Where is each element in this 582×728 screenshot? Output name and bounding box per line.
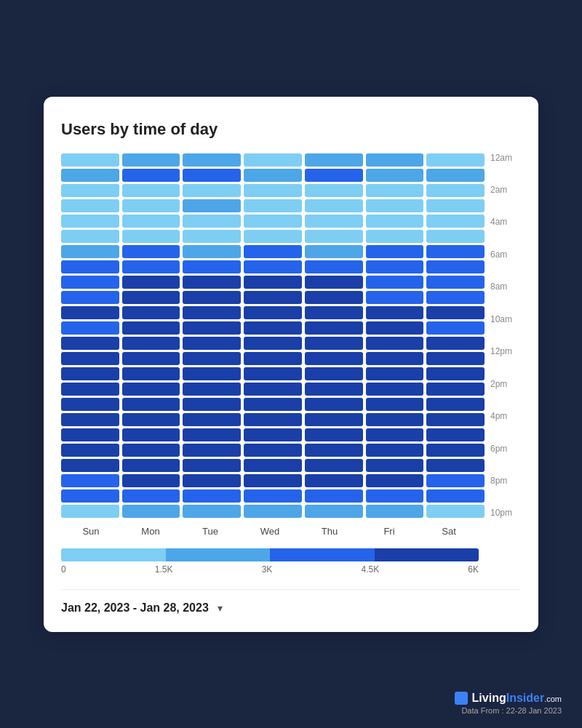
- legend-label: 4.5K: [361, 564, 379, 575]
- heatmap-cell: [244, 428, 302, 441]
- heatmap-cell: [426, 291, 485, 304]
- heatmap-cell: [366, 276, 424, 289]
- x-axis: SunMonTueWedThuFriSat: [61, 526, 479, 537]
- heatmap-cell: [183, 398, 241, 411]
- heatmap-cell: [366, 474, 424, 487]
- heatmap-cell: [183, 153, 241, 167]
- heatmap-cell: [122, 215, 180, 228]
- brand-insider: Insider: [506, 692, 544, 704]
- heatmap-cell: [183, 215, 241, 228]
- heatmap-cell: [426, 505, 485, 518]
- heatmap-cell: [426, 306, 485, 319]
- y-axis-label: 6pm: [490, 444, 521, 453]
- grid-row: [61, 291, 485, 304]
- heatmap-cell: [61, 260, 119, 273]
- heatmap-cell: [305, 428, 363, 441]
- heatmap-cell: [183, 337, 241, 350]
- heatmap-grid: [61, 153, 485, 520]
- heatmap-cell: [305, 352, 363, 365]
- heatmap-cell: [426, 352, 485, 365]
- heatmap-cell: [183, 276, 241, 289]
- heatmap-cell: [366, 489, 424, 503]
- heatmap-cell: [122, 413, 180, 426]
- heatmap-cell: [183, 428, 241, 441]
- y-axis-label: 8pm: [490, 476, 521, 485]
- brand-data-from: Data From : 22-28 Jan 2023: [455, 706, 562, 715]
- heatmap-cell: [122, 306, 180, 319]
- heatmap-cell: [183, 291, 241, 304]
- heatmap-cell: [244, 444, 302, 457]
- grid-row: [61, 306, 485, 319]
- heatmap-cell: [244, 489, 302, 503]
- heatmap-cell: [122, 428, 180, 441]
- y-axis-label: 12pm: [490, 347, 521, 356]
- heatmap-cell: [61, 276, 119, 289]
- heatmap-cell: [244, 505, 302, 518]
- x-axis-label: Tue: [180, 526, 240, 537]
- grid-row: [61, 413, 485, 426]
- legend-labels: 01.5K3K4.5K6K: [61, 564, 479, 575]
- heatmap-cell: [426, 230, 485, 243]
- heatmap-cell: [61, 413, 119, 426]
- grid-row: [61, 184, 485, 197]
- y-axis-label: 2pm: [490, 380, 521, 388]
- grid-row: [61, 428, 485, 441]
- heatmap-cell: [183, 321, 241, 335]
- heatmap-cell: [244, 367, 302, 380]
- heatmap-cell: [183, 306, 241, 319]
- grid-row: [61, 352, 485, 365]
- heatmap-cell: [183, 184, 241, 197]
- heatmap-cell: [244, 306, 302, 319]
- heatmap-cell: [122, 291, 180, 304]
- heatmap-cell: [61, 230, 119, 243]
- heatmap-cell: [426, 215, 485, 228]
- heatmap-cell: [244, 169, 302, 182]
- dropdown-arrow-icon[interactable]: ▾: [218, 602, 223, 614]
- heatmap-cell: [366, 459, 424, 472]
- grid-row: [61, 199, 485, 212]
- heatmap-cell: [122, 367, 180, 380]
- heatmap-cell: [426, 398, 485, 411]
- heatmap-cell: [61, 398, 119, 411]
- legend-label: 3K: [262, 564, 273, 575]
- heatmap-cell: [244, 199, 302, 212]
- x-axis-label: Wed: [240, 526, 300, 537]
- heatmap-cell: [61, 337, 119, 350]
- heatmap-cell: [183, 489, 241, 503]
- heatmap-cell: [426, 276, 485, 289]
- heatmap-cell: [183, 245, 241, 258]
- heatmap-cell: [244, 153, 302, 167]
- heatmap-cell: [122, 459, 180, 472]
- y-axis-label: 2am: [490, 185, 521, 194]
- heatmap-cell: [122, 153, 180, 167]
- heatmap-cell: [61, 474, 119, 487]
- heatmap-cell: [305, 459, 363, 472]
- heatmap-cell: [61, 321, 119, 335]
- date-range[interactable]: Jan 22, 2023 - Jan 28, 2023: [61, 601, 209, 615]
- grid-row: [61, 367, 485, 380]
- heatmap-cell: [366, 398, 424, 411]
- heatmap-cell: [244, 245, 302, 258]
- heatmap-cell: [426, 199, 485, 212]
- branding: LivingInsider.com Data From : 22-28 Jan …: [455, 692, 562, 715]
- heatmap-cell: [426, 169, 485, 182]
- y-axis: 12am2am4am6am8am10am12pm2pm4pm6pm8pm10pm: [485, 153, 521, 518]
- heatmap-cell: [122, 337, 180, 350]
- heatmap-cell: [305, 489, 363, 503]
- heatmap-cell: [183, 199, 241, 212]
- x-axis-label: Fri: [359, 526, 419, 537]
- grid-row: [61, 230, 485, 243]
- heatmap-cell: [183, 352, 241, 365]
- heatmap-cell: [426, 459, 485, 472]
- grid-row: [61, 444, 485, 457]
- heatmap-cell: [366, 199, 424, 212]
- heatmap-cell: [122, 169, 180, 182]
- heatmap-cell: [305, 474, 363, 487]
- grid-row: [61, 505, 485, 518]
- heatmap-cell: [366, 306, 424, 319]
- heatmap-cell: [366, 230, 424, 243]
- heatmap-cell: [426, 383, 485, 396]
- heatmap-cell: [366, 184, 424, 197]
- x-axis-label: Sat: [419, 526, 479, 537]
- heatmap-cell: [366, 260, 424, 273]
